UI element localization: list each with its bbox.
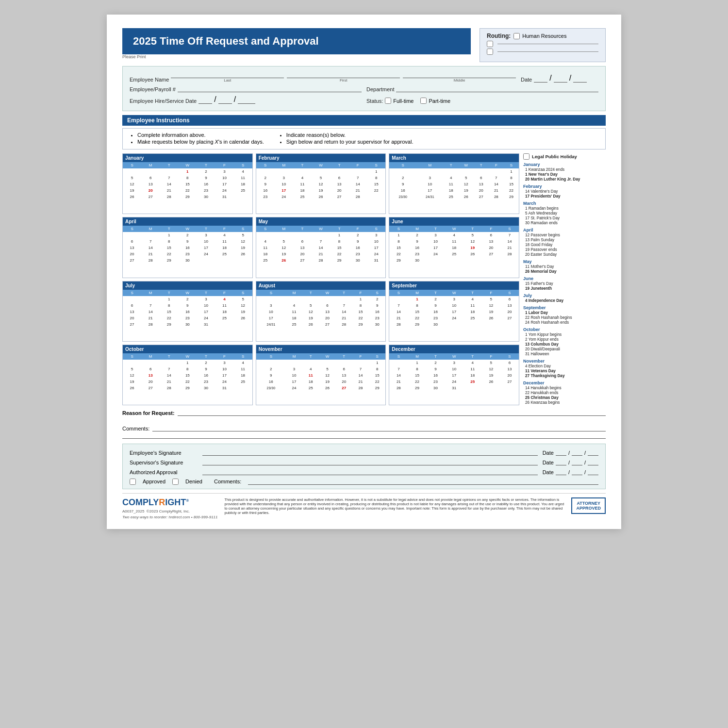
cal-day	[256, 296, 286, 302]
cal-day-header: F	[348, 162, 367, 168]
cal-day-header: F	[215, 162, 233, 168]
cal-day: 7	[489, 175, 504, 181]
cal-day-header: W	[178, 162, 197, 168]
sig-comments-label: Comments:	[214, 479, 241, 484]
cal-day: 19	[123, 379, 141, 385]
cal-day: 11	[293, 181, 312, 187]
hiredate-field: Employee Hire/Service Date / /	[130, 95, 362, 104]
holiday-month-september: September	[523, 305, 606, 310]
cal-day: 25	[256, 257, 275, 264]
cal-day: 28	[336, 321, 352, 328]
cal-day: 3	[256, 302, 286, 309]
cal-day: 29	[352, 321, 369, 328]
cal-day: 6	[293, 238, 312, 245]
please-print: Please Print	[122, 54, 471, 59]
cal-day: 11	[444, 181, 459, 187]
cal-day: 21	[336, 315, 352, 321]
form-title: 2025 Time Off Request and Approval	[122, 28, 471, 54]
supervisor-sig-row: Supervisor's Signature Date //	[130, 459, 598, 465]
cal-day	[330, 168, 348, 175]
cal-day: 13	[482, 238, 500, 245]
cal-day: 29	[408, 321, 426, 328]
cal-day: 22	[408, 315, 426, 321]
cal-day-header: W	[312, 226, 330, 232]
cal-day: 5	[234, 296, 252, 302]
reason-label: Reason for Request:	[122, 410, 175, 416]
cal-day: 17	[197, 309, 215, 315]
cal-day: 20	[141, 187, 160, 194]
cal-header: February	[256, 154, 386, 162]
routing-checkbox-3[interactable]	[487, 49, 493, 55]
cal-day: 9	[178, 302, 197, 309]
instructions-body: Complete information above. Make request…	[122, 128, 606, 149]
calendar-december: DecemberSMTWTFS1234567891011121314151617…	[389, 345, 519, 405]
cal-day: 22	[389, 251, 408, 257]
cal-day: 12	[302, 309, 319, 315]
holiday-item: 1 Labor Day	[523, 311, 606, 315]
cal-day: 25	[444, 194, 459, 200]
cal-day: 4	[445, 232, 463, 238]
cal-day: 28	[160, 194, 178, 200]
cal-day: 17	[275, 187, 293, 194]
approved-label: Approved	[143, 479, 165, 484]
department-label: Department	[366, 86, 394, 92]
instructions-section: Employee Instructions Complete informati…	[122, 115, 606, 149]
cal-day-header: M	[416, 162, 444, 168]
cal-day	[197, 257, 215, 264]
routing-checkbox-2[interactable]	[487, 41, 493, 47]
cal-day: 24	[215, 187, 233, 194]
cal-day-header: M	[275, 226, 293, 232]
routing-checkbox-hr[interactable]	[513, 33, 520, 39]
cal-day: 7	[336, 302, 352, 309]
cal-day-header: S	[256, 162, 275, 168]
cal-day	[293, 168, 312, 175]
cal-day: 6	[330, 175, 348, 181]
cal-day: 4	[444, 175, 459, 181]
authorized-sig-row: Authorized Approval Date //	[130, 468, 598, 475]
cal-day: 14	[160, 372, 178, 379]
cal-day-header: W	[459, 162, 474, 168]
holiday-item: 11 Mother's Day	[523, 265, 606, 269]
cal-day: 25	[463, 379, 482, 385]
cal-day: 30	[178, 257, 197, 264]
holiday-item: 24 Rosh Hashanah ends	[523, 320, 606, 325]
cal-day: 22	[160, 315, 178, 321]
cal-day-header: T	[160, 162, 178, 168]
footer-copyright: ©2023 ComplyRight, Inc.	[147, 509, 190, 513]
cal-day: 26	[123, 385, 141, 391]
cal-day: 1	[367, 168, 385, 175]
holiday-item: 20 Diwali/Deepavali	[523, 347, 606, 351]
cal-day: 6	[500, 296, 519, 302]
cal-day-header: S	[234, 353, 252, 360]
cal-day: 9	[256, 181, 275, 187]
fulltime-checkbox[interactable]	[385, 98, 391, 104]
cal-day: 13	[123, 245, 141, 251]
legal-holiday-checkbox[interactable]	[523, 153, 529, 160]
date-label-3: Date	[543, 469, 554, 475]
cal-day: 16	[427, 372, 445, 379]
holiday-item: 1 Yom Kippur begins	[523, 332, 606, 337]
denied-checkbox[interactable]	[172, 479, 179, 485]
cal-day: 1	[408, 360, 426, 366]
cal-day: 8	[178, 366, 197, 372]
cal-day-header: S	[123, 226, 141, 232]
cal-day: 20	[336, 379, 352, 385]
cal-day: 30	[427, 385, 445, 391]
approved-checkbox[interactable]	[130, 479, 136, 485]
cal-day: 26	[482, 379, 500, 385]
cal-day: 6	[482, 232, 500, 238]
cal-day: 25	[215, 251, 233, 257]
cal-day: 25	[463, 315, 482, 321]
cal-day	[256, 168, 275, 175]
cal-day	[141, 296, 160, 302]
cal-day-header: M	[408, 226, 426, 232]
employee-date-field: Date //	[543, 449, 598, 456]
payroll-label: Employee/Payroll #	[130, 86, 176, 92]
cal-day: 14	[352, 372, 369, 379]
cal-day	[234, 194, 252, 200]
cal-day	[234, 385, 252, 391]
cal-day: 21	[160, 187, 178, 194]
instructions-col2: Indicate reason(s) below. Sign below and…	[279, 132, 414, 146]
cal-day: 3	[286, 366, 302, 372]
parttime-checkbox[interactable]	[420, 98, 427, 104]
